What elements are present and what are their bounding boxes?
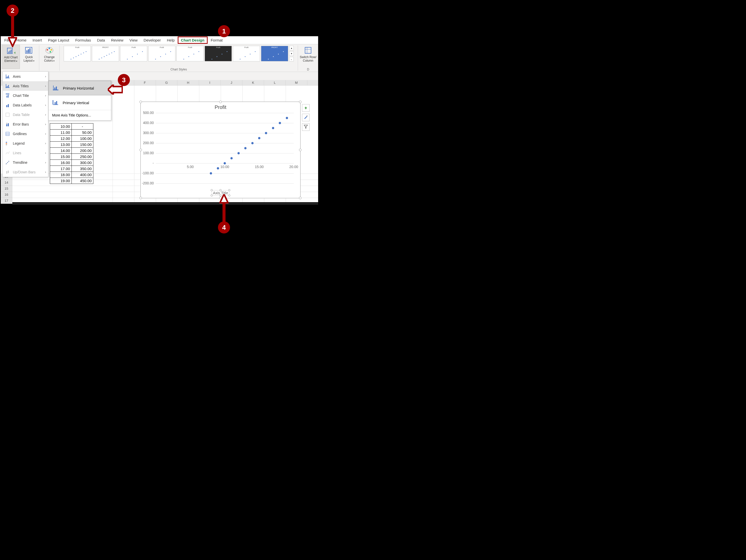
table-row[interactable]: 18.00400.00 xyxy=(50,172,93,178)
svg-rect-83 xyxy=(6,171,7,174)
chart-elements-button[interactable]: + xyxy=(302,104,310,112)
col-header-i[interactable]: I xyxy=(199,80,221,85)
table-row[interactable]: 17.00350.00 xyxy=(50,166,93,172)
table-row[interactable]: 19.00450.00 xyxy=(50,178,93,184)
svg-point-32 xyxy=(142,51,143,52)
data-table[interactable]: 10.00- 11.0050.00 12.00100.00 13.00150.0… xyxy=(50,123,93,184)
style-scroll-up[interactable]: ▴ xyxy=(289,46,294,50)
change-colors-button[interactable]: Change Colors▾ xyxy=(40,45,58,69)
chart-style-4[interactable]: Profit xyxy=(148,46,175,61)
menu-legend[interactable]: Legend› xyxy=(3,139,48,148)
table-row[interactable]: 16.00300.00 xyxy=(50,160,93,166)
svg-rect-87 xyxy=(54,88,55,90)
chart-title[interactable]: Profit xyxy=(141,102,300,112)
menu-trendline[interactable]: Trendline› xyxy=(3,158,48,167)
plot-area[interactable]: -200.00-100.00-100.00200.00300.00400.005… xyxy=(156,113,294,183)
chart-style-1[interactable]: Profit xyxy=(64,46,91,61)
data-point[interactable] xyxy=(237,152,239,154)
style-scroll-down[interactable]: ▾ xyxy=(289,51,294,56)
svg-rect-77 xyxy=(6,143,7,144)
row-header[interactable]: 16 xyxy=(1,192,12,198)
col-header-g[interactable]: G xyxy=(156,80,177,85)
svg-rect-67 xyxy=(6,105,7,107)
tab-review[interactable]: Review xyxy=(108,37,126,43)
svg-point-39 xyxy=(194,54,194,55)
row-header[interactable]: 14 xyxy=(1,180,12,186)
tab-chart-design[interactable]: Chart Design xyxy=(178,36,208,44)
svg-line-14 xyxy=(69,51,90,60)
data-point[interactable] xyxy=(272,127,274,129)
svg-rect-89 xyxy=(53,100,53,105)
gridlines-icon xyxy=(5,131,10,137)
chart-style-5[interactable]: Profit xyxy=(176,46,204,61)
menu-gridlines[interactable]: Gridlines› xyxy=(3,129,48,139)
svg-rect-72 xyxy=(8,123,9,126)
chevron-right-icon: › xyxy=(45,75,46,78)
submenu-primary-horizontal[interactable]: Primary Horizontal xyxy=(49,81,111,95)
tab-page-layout[interactable]: Page Layout xyxy=(45,37,72,43)
menu-axes[interactable]: Axes› xyxy=(3,72,48,81)
col-header-h[interactable]: H xyxy=(177,80,199,85)
menu-data-table: Data Table› xyxy=(3,110,48,119)
svg-point-38 xyxy=(189,56,189,57)
table-row[interactable]: 11.0050.00 xyxy=(50,129,93,136)
axis-titles-icon xyxy=(5,83,10,89)
submenu-primary-vertical[interactable]: Primary Vertical xyxy=(49,95,111,110)
svg-text:+: + xyxy=(14,51,16,55)
tab-formulas[interactable]: Formulas xyxy=(72,37,94,43)
table-row[interactable]: 10.00- xyxy=(50,123,93,129)
svg-point-37 xyxy=(183,59,184,60)
submenu-more-options[interactable]: More Axis Title Options... xyxy=(49,110,111,120)
svg-point-44 xyxy=(227,51,228,52)
tab-data[interactable]: Data xyxy=(94,37,108,43)
data-point[interactable] xyxy=(265,132,267,134)
legend-icon xyxy=(5,141,10,146)
menu-data-labels[interactable]: Data Labels› xyxy=(3,100,48,110)
tab-insert[interactable]: Insert xyxy=(29,37,45,43)
row-header[interactable]: 17 xyxy=(1,198,12,204)
col-header-m[interactable]: M xyxy=(286,80,307,85)
data-point[interactable] xyxy=(279,122,281,124)
switch-row-column-button[interactable]: Switch Row/ Column xyxy=(299,45,317,69)
chart-style-2[interactable]: PROFIT xyxy=(92,46,119,61)
col-header-k[interactable]: K xyxy=(242,80,264,85)
svg-point-35 xyxy=(165,54,166,55)
table-row[interactable]: 14.00200.00 xyxy=(50,148,93,154)
data-point[interactable] xyxy=(245,147,247,149)
table-row[interactable]: 13.00150.00 xyxy=(50,142,93,148)
tab-format[interactable]: Format xyxy=(208,37,226,43)
menu-error-bars[interactable]: Error Bars› xyxy=(3,119,48,129)
data-point[interactable] xyxy=(231,157,233,159)
table-row[interactable]: 15.00250.00 xyxy=(50,154,93,160)
menu-axis-titles[interactable]: Axis Titles› xyxy=(3,81,48,91)
data-point[interactable] xyxy=(258,137,260,139)
data-point[interactable] xyxy=(210,172,212,175)
menu-chart-title[interactable]: Chart Title› xyxy=(3,91,48,100)
tab-developer[interactable]: Developer xyxy=(141,37,164,43)
tab-help[interactable]: Help xyxy=(164,37,178,43)
chevron-right-icon: › xyxy=(45,84,46,88)
data-point[interactable] xyxy=(286,117,288,119)
data-point[interactable] xyxy=(251,142,254,144)
chart-style-7[interactable]: Profit xyxy=(233,46,260,61)
callout-3-arrow xyxy=(108,85,123,95)
chart-title-icon xyxy=(5,93,10,98)
chart-style-8[interactable]: PROFIT xyxy=(261,46,288,61)
embedded-chart[interactable]: Profit -200.00-100.00-100.00200.00300.00… xyxy=(140,101,300,198)
chart-styles-button[interactable] xyxy=(302,114,310,121)
col-header-f[interactable]: F xyxy=(134,80,156,85)
data-point[interactable] xyxy=(217,167,219,170)
col-header-l[interactable]: L xyxy=(264,80,286,85)
chart-style-3[interactable]: Profit xyxy=(120,46,147,61)
data-point[interactable] xyxy=(224,162,226,165)
tab-view[interactable]: View xyxy=(126,37,140,43)
chart-filter-button[interactable] xyxy=(302,123,310,131)
table-row[interactable]: 12.00100.00 xyxy=(50,136,93,142)
svg-point-47 xyxy=(250,54,251,55)
add-chart-element-button[interactable]: + Add Chart Element▾ xyxy=(2,45,20,69)
col-header-j[interactable]: J xyxy=(221,80,242,85)
quick-layout-button[interactable]: Quick Layout▾ xyxy=(20,45,38,69)
chart-style-6[interactable]: Profit xyxy=(205,46,232,61)
style-more[interactable]: ⌄ xyxy=(289,57,294,61)
row-header[interactable]: 15 xyxy=(1,186,12,192)
